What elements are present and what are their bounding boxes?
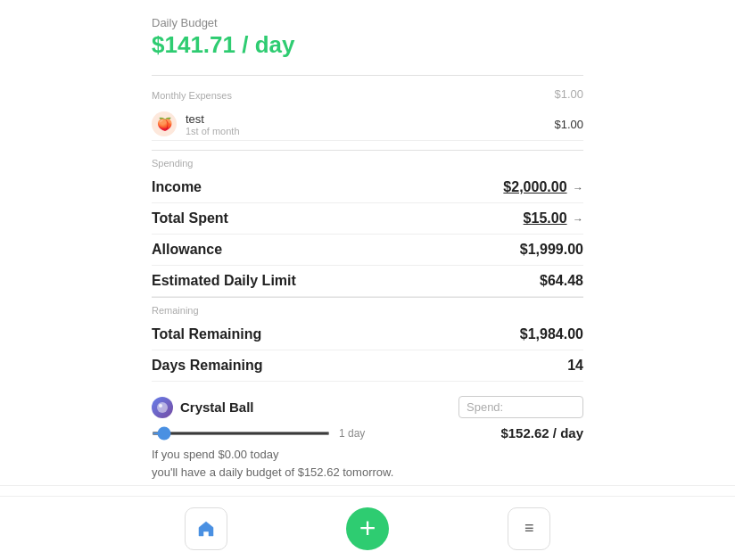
total-remaining-row: Total Remaining $1,984.00 — [152, 319, 583, 350]
total-spent-value[interactable]: $15.00 → — [524, 210, 583, 226]
spend-placeholder: Spend: — [467, 400, 503, 414]
crystal-ball-message: If you spend $0.00 today you'll have a d… — [152, 446, 583, 481]
add-button[interactable]: + — [346, 507, 389, 550]
total-remaining-label: Total Remaining — [152, 326, 261, 342]
crystal-ball-icon — [152, 397, 173, 418]
slider-row: 1 day $152.62 / day — [152, 425, 583, 441]
crystal-ball-result: $152.62 / day — [500, 425, 583, 441]
income-row: Income $2,000.00 → — [152, 172, 583, 203]
slider-label: 1 day — [339, 427, 365, 440]
crystal-ball-title: Crystal Ball — [180, 399, 254, 415]
menu-icon: ≡ — [524, 519, 534, 538]
expense-icon: 🍑 — [152, 111, 177, 136]
expense-amount: $1.00 — [554, 118, 583, 131]
expense-sub: 1st of month — [186, 126, 240, 136]
spending-section-label: Spending — [152, 158, 583, 169]
expense-name: test — [186, 112, 240, 126]
days-remaining-label: Days Remaining — [152, 358, 262, 374]
daily-budget-label: Daily Budget — [152, 16, 583, 29]
estimated-daily-limit-value: $64.48 — [540, 273, 583, 289]
remaining-section-label: Remaining — [152, 305, 583, 316]
home-button[interactable] — [185, 507, 227, 550]
crystal-ball-section: Crystal Ball Spend: 1 day $152.62 / day … — [152, 391, 583, 482]
total-spent-label: Total Spent — [152, 210, 228, 226]
bottom-nav: + ≡ — [0, 496, 735, 560]
income-value[interactable]: $2,000.00 → — [503, 179, 583, 195]
daily-budget-value: $141.71 / day — [152, 31, 583, 59]
income-label: Income — [152, 179, 202, 195]
allowance-value: $1,999.00 — [520, 242, 583, 258]
estimated-daily-limit-row: Estimated Daily Limit $64.48 — [152, 266, 583, 297]
spend-input-field[interactable] — [503, 400, 574, 414]
allowance-label: Allowance — [152, 242, 222, 258]
monthly-expenses-total: $1.00 — [554, 87, 583, 101]
monthly-expenses-label: Monthly Expenses — [152, 90, 232, 101]
add-icon: + — [359, 514, 376, 542]
svg-point-1 — [159, 404, 162, 408]
estimated-daily-limit-label: Estimated Daily Limit — [152, 273, 296, 289]
allowance-row: Allowance $1,999.00 — [152, 235, 583, 266]
days-remaining-row: Days Remaining 14 — [152, 350, 583, 382]
expense-item: 🍑 test 1st of month $1.00 — [152, 108, 583, 141]
total-remaining-value: $1,984.00 — [520, 326, 583, 342]
total-spent-row: Total Spent $15.00 → — [152, 203, 583, 235]
menu-button[interactable]: ≡ — [508, 507, 550, 550]
svg-point-0 — [157, 402, 168, 413]
days-slider[interactable] — [152, 432, 330, 435]
days-remaining-value: 14 — [567, 358, 583, 374]
spend-input[interactable]: Spend: — [458, 396, 583, 418]
